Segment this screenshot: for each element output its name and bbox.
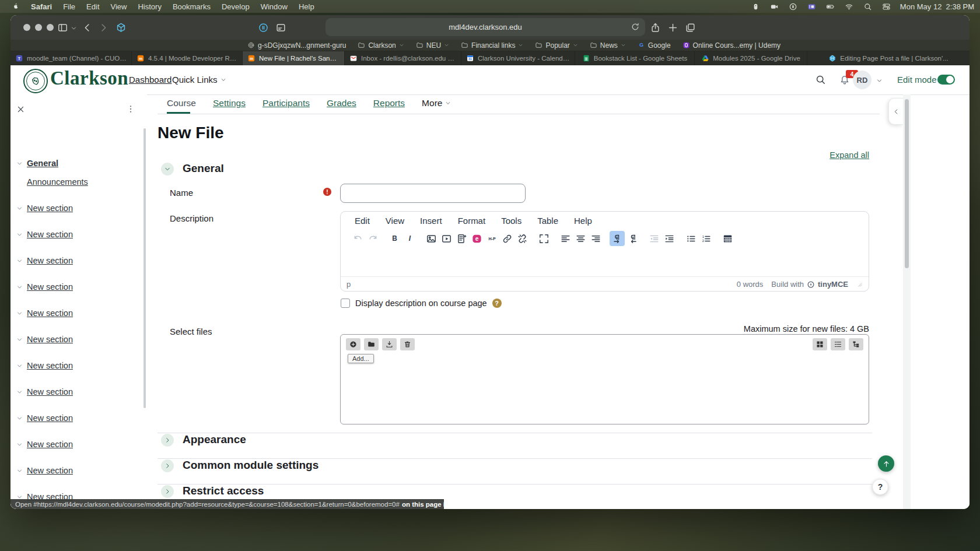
align-left-button[interactable] [558, 231, 573, 246]
editor-menu-help[interactable]: Help [574, 216, 592, 226]
bookmark-item-5[interactable]: News [590, 41, 626, 50]
menubar-item-bookmarks[interactable]: Bookmarks [173, 2, 211, 11]
unlink-button[interactable] [514, 231, 530, 246]
pause-circle-icon[interactable] [788, 2, 798, 11]
display-list-button[interactable] [831, 338, 845, 350]
link-button[interactable] [499, 231, 514, 246]
drawer-scrollbar[interactable] [144, 128, 146, 408]
menubar-item-view[interactable]: View [111, 2, 127, 11]
course-index-item[interactable]: Announcements [10, 174, 88, 189]
tinymce-branding[interactable]: Build with tinyMCE [771, 280, 848, 289]
share-icon[interactable] [650, 22, 661, 33]
align-center-button[interactable] [573, 231, 588, 246]
forward-icon[interactable] [98, 22, 109, 33]
table-button[interactable] [720, 231, 735, 246]
bookmark-item-1[interactable]: Clarkson [358, 41, 404, 50]
menubar-item-file[interactable]: File [63, 2, 75, 11]
course-index-item[interactable]: New section [10, 332, 73, 347]
drawer-options-kebab-icon[interactable] [126, 104, 135, 114]
search-icon[interactable] [815, 74, 826, 85]
menu-bar-clock[interactable]: Mon May 12 2:38 PM [900, 2, 974, 11]
browser-tab-2[interactable]: mNew File | Rachel's Sandbox | CU... [242, 51, 344, 65]
quick-links-menu[interactable]: Quick Links [172, 75, 226, 85]
outdent-button[interactable] [646, 231, 662, 246]
zoom-window-button[interactable] [47, 24, 54, 31]
undo-button[interactable] [350, 231, 365, 246]
open-block-drawer-button[interactable] [888, 98, 903, 125]
indent-button[interactable] [662, 231, 677, 246]
course-index-item[interactable]: General [10, 156, 58, 171]
help-fab-button[interactable]: ? [872, 479, 888, 495]
common-module-settings-expand-button[interactable] [161, 459, 174, 472]
browser-tab-1[interactable]: m4.5.4 | Moodle Developer Resources [131, 51, 242, 65]
page-settings-icon[interactable] [275, 22, 286, 33]
chevron-down-icon[interactable] [16, 258, 23, 264]
general-collapse-button[interactable] [161, 163, 174, 176]
editor-content-area[interactable] [341, 248, 869, 276]
restrict-access-expand-button[interactable] [161, 485, 174, 498]
redo-button[interactable] [365, 231, 380, 246]
file-drop-area[interactable] [341, 354, 869, 424]
name-input[interactable] [340, 184, 526, 203]
tab-participants[interactable]: Participants [262, 98, 310, 108]
fullscreen-button[interactable] [536, 231, 551, 246]
chevron-down-icon[interactable] [16, 160, 23, 167]
bold-button[interactable]: B [387, 231, 402, 246]
rtl-button[interactable] [625, 231, 640, 246]
course-index-item[interactable]: New section [10, 279, 73, 294]
editor-menu-insert[interactable]: Insert [420, 216, 442, 226]
browser-tab-3[interactable]: Inbox - rdellis@clarkson.edu - Cla... [344, 51, 461, 65]
chevron-down-icon[interactable] [16, 389, 23, 395]
course-index-item[interactable]: New section [10, 306, 73, 321]
new-tab-icon[interactable] [667, 22, 678, 33]
chevron-down-icon[interactable] [16, 205, 23, 212]
editor-menu-view[interactable]: View [386, 216, 404, 226]
chevron-down-icon[interactable] [16, 336, 23, 343]
download-all-button[interactable] [382, 338, 397, 350]
display-tree-button[interactable] [849, 338, 863, 350]
dashboard-link[interactable]: Dashboard [129, 75, 172, 85]
course-index-item[interactable]: New section [10, 201, 73, 216]
user-avatar[interactable]: RD [853, 71, 872, 89]
tab-overview-icon[interactable] [685, 22, 696, 33]
media-button[interactable] [439, 231, 454, 246]
reload-icon[interactable] [631, 22, 640, 31]
clarkson-seal-logo[interactable] [23, 69, 48, 93]
edit-mode-toggle[interactable] [937, 75, 955, 85]
address-bar[interactable]: mdl4dev.clarkson.edu [326, 18, 645, 36]
editor-resize-grip[interactable] [856, 281, 863, 287]
ordered-list-button[interactable]: 12 [698, 231, 713, 246]
bookmark-item-7[interactable]: Online Cours...emy | Udemy [682, 41, 781, 50]
tab-settings[interactable]: Settings [213, 98, 246, 108]
editor-menu-table[interactable]: Table [537, 216, 558, 226]
control-center-icon[interactable] [881, 2, 891, 11]
equation-e-button[interactable]: e [469, 231, 484, 246]
clarkson-wordmark[interactable]: Clarkson [50, 68, 128, 89]
ltr-button[interactable] [610, 231, 625, 246]
unordered-list-button[interactable] [683, 231, 698, 246]
browser-tab-7[interactable]: Editing Page Post a file | Clarkson'... [807, 51, 970, 65]
create-folder-button[interactable] [364, 338, 379, 350]
chevron-down-icon[interactable] [16, 363, 23, 369]
help-icon[interactable]: ? [492, 299, 502, 308]
display-description-checkbox[interactable] [341, 299, 350, 308]
extension-cube-icon[interactable] [116, 22, 127, 33]
editor-menu-format[interactable]: Format [458, 216, 486, 226]
sidebar-toggle-icon[interactable] [57, 22, 68, 33]
appearance-expand-button[interactable] [161, 434, 174, 447]
mouse-icon[interactable] [751, 2, 761, 11]
bookmark-item-2[interactable]: NEU [416, 41, 449, 50]
wifi-icon[interactable] [844, 2, 854, 11]
delete-button[interactable] [400, 338, 415, 350]
chevron-down-icon[interactable] [16, 415, 23, 422]
chevron-down-icon[interactable] [16, 284, 23, 290]
course-index-item[interactable]: New section [10, 227, 73, 242]
menubar-item-safari[interactable]: Safari [31, 2, 52, 11]
menubar-item-develop[interactable]: Develop [222, 2, 250, 11]
course-index-item[interactable]: New section [10, 384, 73, 399]
browser-tab-0[interactable]: Tmoodle_team (Channel) - CUOIT -... [10, 51, 131, 65]
word-count[interactable]: 0 words [737, 280, 764, 289]
expand-all-link[interactable]: Expand all [830, 150, 869, 160]
sidebar-chevron-icon[interactable] [71, 25, 77, 31]
embed-button[interactable] [454, 231, 469, 246]
